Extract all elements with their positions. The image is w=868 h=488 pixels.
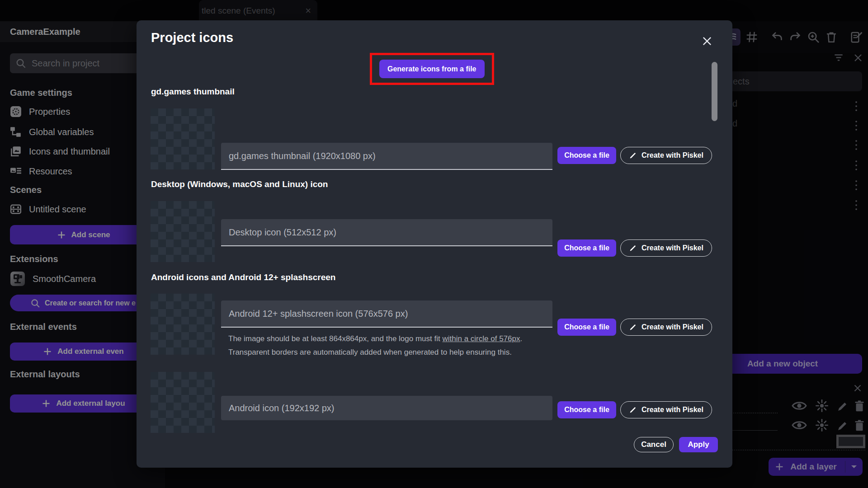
thumbnail-preview-splashscreen: [151, 294, 215, 355]
choose-file-button[interactable]: Choose a file: [557, 147, 616, 164]
generate-icons-button[interactable]: Generate icons from a file: [379, 60, 485, 78]
annotation-red-box: Generate icons from a file: [370, 53, 494, 85]
apply-button[interactable]: Apply: [679, 437, 718, 452]
create-with-piskel-label: Create with Piskel: [642, 406, 703, 414]
dialog-close-icon[interactable]: [697, 31, 717, 51]
dialog-title: Project icons: [151, 30, 233, 45]
brush-icon: [629, 406, 637, 414]
create-with-piskel-label: Create with Piskel: [642, 151, 703, 160]
create-with-piskel-label: Create with Piskel: [642, 323, 703, 331]
brush-icon: [629, 151, 637, 160]
gdgames-thumbnail-input[interactable]: [221, 143, 560, 169]
create-with-piskel-button[interactable]: Create with Piskel: [620, 401, 712, 418]
create-with-piskel-button[interactable]: Create with Piskel: [620, 239, 712, 257]
section-header-android: Android icons and Android 12+ splashscre…: [151, 272, 335, 282]
android-splashscreen-field: [221, 300, 552, 328]
cancel-button[interactable]: Cancel: [634, 437, 674, 452]
android-icon-input[interactable]: [221, 396, 560, 420]
help-text: Transparent borders are automatically ad…: [228, 348, 512, 357]
thumbnail-preview-android-icon: [151, 372, 215, 433]
brush-icon: [629, 323, 637, 331]
android-icon-field: [221, 396, 552, 420]
brush-icon: [629, 244, 637, 252]
choose-file-button[interactable]: Choose a file: [557, 239, 616, 257]
android-splashscreen-input[interactable]: [221, 300, 560, 327]
project-icons-dialog: Project icons Generate icons from a file…: [137, 20, 732, 468]
modal-scrollbar-thumb[interactable]: [712, 62, 717, 121]
desktop-icon-field: [221, 219, 552, 246]
gdgames-thumbnail-field: [221, 143, 552, 170]
desktop-icon-input[interactable]: [221, 219, 560, 245]
circle-spec-link[interactable]: within a circle of 576px: [442, 334, 520, 343]
thumbnail-preview-gdgames: [151, 108, 215, 169]
help-text: The image should be at least 864x864px, …: [228, 334, 442, 343]
create-with-piskel-button[interactable]: Create with Piskel: [620, 147, 712, 164]
choose-file-button[interactable]: Choose a file: [557, 401, 616, 418]
section-header-gdgames: gd.games thumbnail: [151, 87, 235, 97]
splashscreen-help-text: The image should be at least 864x864px, …: [228, 332, 572, 359]
create-with-piskel-button[interactable]: Create with Piskel: [620, 319, 712, 336]
app-root: tled scene (Events) × CameraExample Game…: [0, 0, 868, 488]
help-text: .: [520, 334, 522, 343]
thumbnail-preview-desktop: [151, 201, 215, 262]
section-header-desktop: Desktop (Windows, macOS and Linux) icon: [151, 179, 328, 189]
create-with-piskel-label: Create with Piskel: [642, 244, 703, 252]
